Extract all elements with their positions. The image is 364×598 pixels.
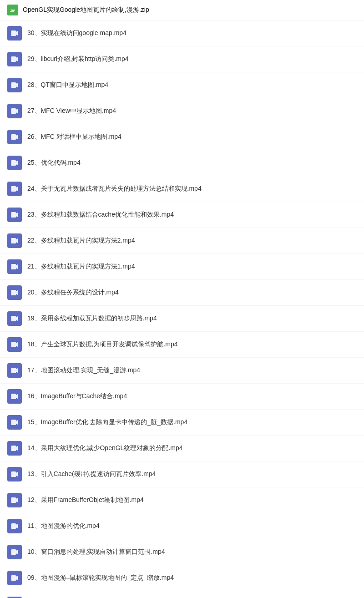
file-name: 28、QT窗口中显示地图.mp4 <box>27 81 108 90</box>
file-name: 24、关于无瓦片数据或者瓦片丢失的处理方法总结和实现.mp4 <box>27 184 202 193</box>
svg-rect-10 <box>11 134 16 140</box>
video-icon <box>7 78 22 92</box>
svg-rect-26 <box>11 342 16 347</box>
video-icon <box>7 104 22 118</box>
list-item[interactable]: 12、采用FrameBufferObjet绘制地图.mp4 <box>0 487 364 513</box>
list-item[interactable]: 16、ImageBuffer与Cache结合.mp4 <box>0 384 364 410</box>
file-name: 14、采用大纹理优化,减少OpenGL纹理对象的分配.mp4 <box>27 444 183 453</box>
list-item[interactable]: 19、采用多线程加载瓦片数据的初步思路.mp4 <box>0 306 364 332</box>
svg-marker-13 <box>16 161 18 166</box>
video-icon <box>7 26 22 41</box>
file-name: 15、ImageBuffer优化,去除向显卡中传递的_脏_数据.mp4 <box>27 418 187 427</box>
svg-marker-23 <box>16 290 18 295</box>
svg-marker-31 <box>16 394 18 399</box>
video-icon <box>7 571 22 585</box>
zip-icon: ZIP <box>7 5 18 15</box>
svg-rect-4 <box>11 56 16 62</box>
svg-marker-45 <box>16 576 18 581</box>
svg-marker-15 <box>16 187 18 192</box>
svg-marker-11 <box>16 135 18 140</box>
file-name: 09、地图漫游–鼠标滚轮实现地图的_定点_缩放.mp4 <box>27 573 174 583</box>
svg-rect-14 <box>11 186 16 192</box>
file-name: 30、实现在线访问google map.mp4 <box>27 29 126 38</box>
file-header: ZIP OpenGL实现Google地图瓦片的绘制,漫游.zip <box>0 0 364 20</box>
file-name: 16、ImageBuffer与Cache结合.mp4 <box>27 392 127 401</box>
svg-marker-43 <box>16 550 18 555</box>
video-icon <box>7 467 22 481</box>
video-icon <box>7 208 22 222</box>
file-name: 29、libcurl介绍,封装http访问类.mp4 <box>27 55 129 64</box>
list-item[interactable]: 11、地图漫游的优化.mp4 <box>0 513 364 539</box>
svg-rect-34 <box>11 446 16 451</box>
video-icon <box>7 182 22 196</box>
file-list: 30、实现在线访问google map.mp4 29、libcurl介绍,封装h… <box>0 20 364 598</box>
svg-marker-27 <box>16 342 18 347</box>
svg-rect-38 <box>11 497 16 503</box>
file-name: 26、MFC 对话框中显示地图.mp4 <box>27 132 121 142</box>
list-item[interactable]: 20、多线程任务系统的设计.mp4 <box>0 280 364 306</box>
svg-text:ZIP: ZIP <box>10 9 15 12</box>
svg-rect-28 <box>11 368 16 373</box>
file-name: 12、采用FrameBufferObjet绘制地图.mp4 <box>27 496 144 505</box>
svg-marker-9 <box>16 109 18 114</box>
svg-rect-16 <box>11 212 16 218</box>
svg-rect-30 <box>11 394 16 399</box>
file-name: 10、窗口消息的处理,实现自动计算窗口范围.mp4 <box>27 547 165 557</box>
video-icon <box>7 493 22 507</box>
file-name: 25、优化代码.mp4 <box>27 158 81 167</box>
svg-marker-21 <box>16 264 18 269</box>
list-item[interactable]: 21、多线程加载瓦片的实现方法1.mp4 <box>0 254 364 280</box>
file-name: 19、采用多线程加载瓦片数据的初步思路.mp4 <box>27 314 157 323</box>
list-item[interactable]: 15、ImageBuffer优化,去除向显卡中传递的_脏_数据.mp4 <box>0 410 364 436</box>
list-item[interactable]: 14、采用大纹理优化,减少OpenGL纹理对象的分配.mp4 <box>0 436 364 461</box>
file-name: 23、多线程加载数据结合cache优化性能和效果.mp4 <box>27 210 174 219</box>
video-icon <box>7 130 22 144</box>
svg-marker-39 <box>16 498 18 503</box>
list-item[interactable]: 25、优化代码.mp4 <box>0 150 364 176</box>
svg-rect-12 <box>11 160 16 166</box>
list-item[interactable]: 30、实现在线访问google map.mp4 <box>0 20 364 46</box>
list-item[interactable]: 10、窗口消息的处理,实现自动计算窗口范围.mp4 <box>0 539 364 565</box>
video-icon <box>7 337 22 352</box>
svg-rect-8 <box>11 108 16 114</box>
video-icon <box>7 441 22 456</box>
list-item[interactable]: 26、MFC 对话框中显示地图.mp4 <box>0 124 364 150</box>
list-item[interactable]: 24、关于无瓦片数据或者瓦片丢失的处理方法总结和实现.mp4 <box>0 176 364 202</box>
svg-marker-3 <box>16 31 18 36</box>
svg-marker-19 <box>16 238 18 243</box>
video-icon <box>7 519 22 533</box>
file-name: 11、地图漫游的优化.mp4 <box>27 522 100 531</box>
svg-rect-32 <box>11 420 16 425</box>
list-item[interactable]: 17、地图滚动处理,实现_无缝_漫游.mp4 <box>0 358 364 384</box>
svg-marker-33 <box>16 420 18 425</box>
svg-rect-22 <box>11 290 16 295</box>
list-item[interactable]: 18、产生全球瓦片数据,为项目开发调试保驾护航.mp4 <box>0 332 364 358</box>
svg-marker-29 <box>16 368 18 373</box>
video-icon <box>7 389 22 404</box>
list-item[interactable]: 08、地图漫游–鼠标滚轮实现地图的缩放.mp4 <box>0 591 364 598</box>
file-name: 17、地图滚动处理,实现_无缝_漫游.mp4 <box>27 366 140 375</box>
list-item[interactable]: 22、多线程加载瓦片的实现方法2.mp4 <box>0 228 364 254</box>
list-item[interactable]: 29、libcurl介绍,封装http访问类.mp4 <box>0 46 364 72</box>
svg-rect-40 <box>11 523 16 529</box>
svg-rect-6 <box>11 82 16 88</box>
video-icon <box>7 311 22 326</box>
svg-marker-5 <box>16 57 18 62</box>
svg-marker-37 <box>16 472 18 477</box>
video-icon <box>7 233 22 248</box>
svg-rect-20 <box>11 264 16 269</box>
video-icon <box>7 259 22 274</box>
list-item[interactable]: 28、QT窗口中显示地图.mp4 <box>0 72 364 98</box>
file-name: 22、多线程加载瓦片的实现方法2.mp4 <box>27 236 135 245</box>
svg-rect-44 <box>11 575 16 581</box>
svg-rect-42 <box>11 549 16 555</box>
file-name: 18、产生全球瓦片数据,为项目开发调试保驾护航.mp4 <box>27 340 178 349</box>
file-name: 27、MFC View中显示地图.mp4 <box>27 106 116 116</box>
list-item[interactable]: 23、多线程加载数据结合cache优化性能和效果.mp4 <box>0 202 364 228</box>
list-item[interactable]: 09、地图漫游–鼠标滚轮实现地图的_定点_缩放.mp4 <box>0 565 364 591</box>
list-item[interactable]: 13、引入Cache(缓冲),提速访问瓦片效率.mp4 <box>0 461 364 487</box>
list-item[interactable]: 27、MFC View中显示地图.mp4 <box>0 98 364 124</box>
video-icon <box>7 52 22 66</box>
video-icon <box>7 156 22 170</box>
svg-marker-7 <box>16 83 18 88</box>
